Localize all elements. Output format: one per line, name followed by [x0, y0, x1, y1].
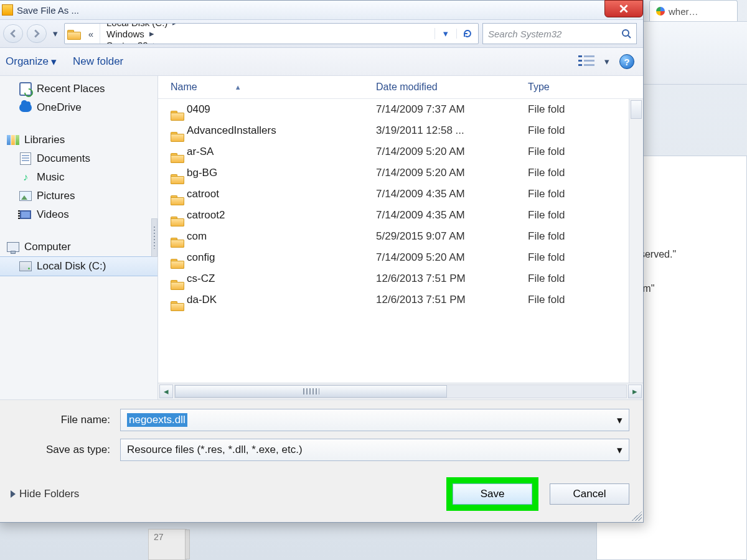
file-name: 0409: [187, 103, 376, 116]
background-editor-gutter: 27: [148, 529, 187, 560]
save-label: Save: [481, 488, 505, 500]
arrow-right-icon: [32, 29, 41, 38]
col-name[interactable]: Name ▲: [171, 82, 376, 93]
search-placeholder: Search System32: [488, 29, 561, 39]
organize-label: Organize: [6, 55, 49, 68]
file-name: ar-SA: [187, 146, 376, 158]
sidebar-item-label: Videos: [37, 208, 69, 221]
sidebar-item-onedrive[interactable]: OneDrive: [0, 98, 157, 117]
saveastype-select[interactable]: Resource files (*.res, *.dll, *.exe, etc…: [120, 439, 629, 461]
sidebar-item-label: Documents: [37, 152, 90, 165]
file-name: com: [187, 230, 376, 243]
file-name: catroot2: [187, 209, 376, 222]
dialog-body: Recent Places OneDrive Libraries Documen…: [0, 76, 643, 399]
file-date: 7/14/2009 4:35 AM: [376, 188, 528, 200]
vertical-scrollbar[interactable]: [629, 99, 643, 383]
sidebar-group-computer[interactable]: Computer: [0, 238, 157, 256]
sidebar-item-label: Computer: [24, 241, 71, 253]
scroll-right-button[interactable]: ▸: [628, 385, 642, 398]
chrome-icon: [656, 7, 665, 16]
sidebar-item-label: Local Disk (C:): [37, 260, 106, 273]
file-date: 7/14/2009 7:37 AM: [376, 103, 528, 116]
file-row[interactable]: ar-SA7/14/2009 5:20 AMFile fold: [158, 141, 629, 162]
file-type: File fold: [528, 294, 629, 306]
col-date[interactable]: Date modified: [376, 82, 528, 93]
scroll-track[interactable]: [174, 385, 627, 398]
hide-folders-label: Hide Folders: [19, 488, 79, 500]
dialog-footer: File name: negoexts.dll ▾ Save as type: …: [0, 399, 643, 522]
pictures-icon: [19, 190, 32, 202]
horizontal-scrollbar[interactable]: ◂ ▸: [158, 383, 643, 399]
file-row[interactable]: cs-CZ12/6/2013 7:51 PMFile fold: [158, 268, 629, 289]
sidebar-item-documents[interactable]: Documents: [0, 149, 157, 168]
scroll-left-button[interactable]: ◂: [159, 385, 173, 398]
file-row[interactable]: da-DK12/6/2013 7:51 PMFile fold: [158, 289, 629, 310]
file-row[interactable]: catroot27/14/2009 4:35 AMFile fold: [158, 205, 629, 226]
breadcrumb-segment[interactable]: Local Disk (C:)▸: [100, 23, 184, 28]
search-icon: [621, 29, 631, 39]
music-icon: ♪: [19, 172, 32, 183]
sidebar-item-videos[interactable]: Videos: [0, 205, 157, 224]
breadcrumb-segment[interactable]: Windows▸: [100, 28, 184, 39]
close-button[interactable]: [604, 0, 643, 17]
column-headers[interactable]: Name ▲ Date modified Type: [158, 76, 643, 99]
file-row[interactable]: com5/29/2015 9:07 AMFile fold: [158, 226, 629, 247]
view-options-button[interactable]: [578, 55, 594, 68]
resize-grip[interactable]: [632, 511, 642, 521]
file-name: cs-CZ: [187, 273, 376, 285]
refresh-button[interactable]: [456, 29, 478, 39]
file-row[interactable]: 04097/14/2009 7:37 AMFile fold: [158, 99, 629, 120]
file-date: 7/14/2009 4:35 AM: [376, 209, 528, 222]
file-row[interactable]: config7/14/2009 5:20 AMFile fold: [158, 247, 629, 268]
nav-history-dropdown[interactable]: ▾: [50, 24, 60, 43]
sidebar-item-local-disk[interactable]: Local Disk (C:): [0, 256, 157, 276]
file-name: bg-BG: [187, 167, 376, 179]
sidebar-group-libraries[interactable]: Libraries: [0, 131, 157, 149]
chevron-down-icon[interactable]: ▾: [617, 444, 622, 457]
sidebar-item-pictures[interactable]: Pictures: [0, 187, 157, 205]
sidebar-item-music[interactable]: ♪ Music: [0, 168, 157, 187]
file-type: File fold: [528, 209, 629, 222]
help-button[interactable]: ?: [619, 54, 634, 69]
file-name: AdvancedInstallers: [187, 124, 376, 137]
chevron-down-icon[interactable]: ▾: [604, 56, 609, 67]
search-input[interactable]: Search System32: [482, 23, 637, 44]
col-type[interactable]: Type: [528, 82, 643, 93]
chevron-down-icon: ▾: [51, 55, 57, 68]
documents-icon: [19, 153, 32, 164]
file-row[interactable]: bg-BG7/14/2009 5:20 AMFile fold: [158, 162, 629, 184]
chevron-down-icon[interactable]: ▾: [617, 414, 622, 427]
sort-ascending-icon: ▲: [235, 83, 242, 91]
titlebar[interactable]: Save File As ...: [0, 1, 643, 20]
nav-forward-button[interactable]: [27, 24, 47, 43]
libraries-icon: [7, 134, 19, 146]
scrollbar-thumb[interactable]: [175, 385, 447, 398]
hide-folders-toggle[interactable]: Hide Folders: [11, 488, 79, 500]
file-type: File fold: [528, 146, 629, 158]
filename-input[interactable]: negoexts.dll ▾: [120, 409, 629, 431]
breadcrumb-label: Windows: [106, 29, 144, 39]
cancel-label: Cancel: [573, 488, 606, 500]
address-dropdown[interactable]: ▾: [435, 28, 456, 39]
file-row[interactable]: AdvancedInstallers3/19/2011 12:58 ...Fil…: [158, 120, 629, 141]
file-type: File fold: [528, 167, 629, 179]
sidebar-item-label: Recent Places: [37, 83, 105, 95]
nav-sidebar: Recent Places OneDrive Libraries Documen…: [0, 76, 158, 399]
sidebar-item-recent[interactable]: Recent Places: [0, 80, 157, 98]
file-row[interactable]: catroot7/14/2009 4:35 AMFile fold: [158, 184, 629, 205]
nav-back-button[interactable]: [3, 24, 23, 43]
organize-menu[interactable]: Organize ▾: [6, 55, 57, 68]
sidebar-resize-handle[interactable]: [151, 218, 157, 257]
nav-row: ▾ « Local Disk (C:)▸Windows▸System32▸ ▾ …: [0, 20, 643, 48]
scrollbar-thumb[interactable]: [631, 100, 642, 119]
new-folder-button[interactable]: New folder: [73, 55, 123, 68]
svg-point-0: [622, 30, 629, 36]
breadcrumb-overflow[interactable]: «: [82, 24, 100, 44]
sidebar-item-label: Libraries: [24, 134, 65, 146]
file-name: config: [187, 251, 376, 264]
cancel-button[interactable]: Cancel: [550, 483, 629, 505]
save-button[interactable]: Save: [453, 483, 532, 505]
address-bar[interactable]: « Local Disk (C:)▸Windows▸System32▸ ▾: [64, 23, 479, 44]
file-date: 7/14/2009 5:20 AM: [376, 251, 528, 264]
breadcrumb-segment[interactable]: System32▸: [100, 39, 184, 44]
